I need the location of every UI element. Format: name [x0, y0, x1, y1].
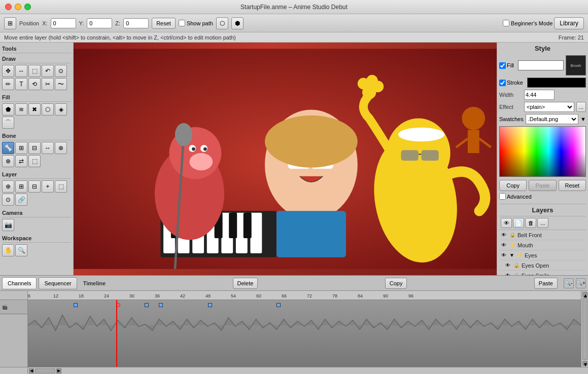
layer-options-btn[interactable]: ...: [537, 218, 548, 228]
playhead[interactable]: [116, 300, 117, 367]
bone-translate-tool[interactable]: ↔: [42, 142, 54, 154]
keyframe-dot[interactable]: [74, 303, 78, 307]
layer-expand-icon[interactable]: ▼: [509, 252, 515, 258]
bone-select-tool[interactable]: 🦴: [2, 142, 14, 154]
layer-mouth[interactable]: 👁 ⚡ Mouth: [499, 240, 586, 250]
layer-visibility-btn[interactable]: 👁: [501, 218, 512, 228]
gradient-tool[interactable]: ≋: [15, 103, 27, 116]
copy-button[interactable]: Copy: [499, 180, 527, 191]
maximize-button[interactable]: [24, 4, 31, 10]
keyframe-dot[interactable]: [208, 303, 212, 307]
layer-eyes-smile[interactable]: 👁 🔒 Eyes Smile: [499, 271, 586, 275]
paste-button[interactable]: Paste: [534, 278, 558, 289]
layer-select-tool[interactable]: ⬚: [55, 180, 67, 193]
text-tool[interactable]: T: [15, 78, 27, 90]
beginner-mode-checkbox[interactable]: Beginner's Mode: [503, 20, 552, 26]
scroll-left-btn[interactable]: ◀: [29, 368, 34, 373]
scroll-thumb[interactable]: [582, 298, 587, 360]
hand-tool[interactable]: ✋: [2, 244, 14, 256]
show-path-checkbox[interactable]: Show path: [179, 20, 213, 26]
effect-select[interactable]: <plain>: [524, 102, 574, 112]
layer-eyes-open[interactable]: 👁 🔒 Eyes Open: [499, 260, 586, 271]
minimize-button[interactable]: [15, 4, 21, 10]
swatches-dropdown-icon[interactable]: ▼: [580, 116, 586, 122]
show-path-input[interactable]: [179, 20, 185, 26]
paste-button[interactable]: Paste: [529, 180, 556, 191]
y-input[interactable]: [87, 18, 112, 28]
warp-tool[interactable]: 〜: [55, 78, 67, 90]
scroll-up-btn[interactable]: ▲: [582, 292, 587, 297]
curve-tool[interactable]: ⌒: [2, 117, 14, 129]
zoom-in-button[interactable]: 🔍+: [576, 278, 586, 288]
layer-eyes[interactable]: 👁 ▼ ⚡ Eyes: [499, 250, 586, 260]
scroll-right-btn[interactable]: ▶: [56, 368, 61, 373]
stroke-checkbox-label[interactable]: Stroke: [499, 80, 523, 86]
reset-button[interactable]: Reset: [152, 18, 176, 29]
stroke-checkbox[interactable]: [499, 80, 506, 86]
sequencer-tab[interactable]: Sequencer: [39, 277, 77, 289]
layer-rotate-tool[interactable]: ⊟: [28, 180, 41, 193]
stroke-tool[interactable]: ◈: [55, 103, 67, 116]
vertical-scrollbar[interactable]: ▲ ▼: [581, 291, 588, 367]
shape-tool[interactable]: ⬡: [42, 103, 54, 116]
fill-tool[interactable]: ⬟: [2, 103, 14, 116]
nav-icon-1[interactable]: ⬡: [216, 17, 228, 29]
layer-delete-btn[interactable]: 🗑: [525, 218, 536, 228]
nav-icon-2[interactable]: ⬢: [231, 17, 244, 29]
layer-link-tool[interactable]: 🔗: [15, 194, 27, 206]
keyframe-dot[interactable]: [276, 303, 281, 307]
layer-add-tool[interactable]: +: [42, 180, 54, 193]
effect-options-button[interactable]: ...: [576, 102, 586, 112]
keyframe-dot[interactable]: [159, 303, 163, 307]
color-gradient[interactable]: [499, 126, 586, 177]
freehand-tool[interactable]: ⟲: [28, 78, 41, 90]
scroll-hthumb[interactable]: [35, 368, 55, 373]
width-input[interactable]: [524, 90, 555, 100]
layer-add-btn[interactable]: 📄: [513, 218, 524, 228]
library-button[interactable]: Library: [554, 17, 584, 29]
bone-weight-tool[interactable]: ⬚: [28, 155, 41, 167]
channels-tab[interactable]: Channels: [2, 277, 37, 289]
pen-tool[interactable]: ✏: [2, 78, 14, 90]
canvas-area[interactable]: ⏮ ⏪ ◀ ▶ ▶| ⏩ ⏭ Frame of 🔊: [74, 43, 497, 275]
fill-checkbox[interactable]: [499, 62, 506, 69]
ruler-mark-84: 84: [358, 293, 363, 298]
advanced-label[interactable]: Advanced: [499, 193, 532, 200]
orbit-tool[interactable]: ⊙: [55, 65, 67, 77]
zoom-tool[interactable]: 🔍: [15, 244, 27, 256]
z-input[interactable]: [123, 18, 149, 28]
translate-tool[interactable]: ✥: [2, 65, 14, 77]
scale-tool[interactable]: ↔: [15, 65, 27, 77]
layer-translate-tool[interactable]: ⊕: [2, 180, 14, 193]
delete-button[interactable]: Delete: [233, 278, 258, 289]
copy-button[interactable]: Copy: [385, 278, 407, 289]
stroke-color-swatch[interactable]: [527, 78, 586, 88]
reset-button[interactable]: Reset: [559, 180, 586, 191]
layer-belt-front[interactable]: 👁 🔒 Belt Front: [499, 230, 586, 240]
bone-rotate-tool[interactable]: ⊕: [55, 142, 67, 154]
bone-remove-tool[interactable]: ⊟: [28, 142, 41, 154]
keyframe-dot[interactable]: [145, 303, 149, 307]
camera-tool[interactable]: 📷: [2, 219, 14, 231]
fill-color-swatch[interactable]: [518, 60, 564, 70]
rotate-tool[interactable]: ↶: [42, 65, 54, 77]
advanced-checkbox[interactable]: [499, 193, 506, 200]
select-tool[interactable]: ⬚: [28, 65, 41, 77]
fill-checkbox-label[interactable]: Fill: [499, 62, 514, 69]
horizontal-scrollbar[interactable]: ◀ ▶: [28, 367, 588, 374]
close-button[interactable]: [5, 4, 12, 10]
scissors-tool[interactable]: ✂: [42, 78, 54, 90]
layer-scale-tool[interactable]: ⊞: [15, 180, 27, 193]
timeline-content[interactable]: 6 12 18 24 30 36 42 48 54 60 66 72 78 84…: [28, 291, 581, 367]
erase-tool[interactable]: ✖: [28, 103, 41, 116]
position-icon-btn[interactable]: ⊞: [4, 17, 16, 29]
beginner-mode-input[interactable]: [503, 20, 509, 26]
bone-add-tool[interactable]: ⊞: [15, 142, 27, 154]
swatches-select[interactable]: .Default.png: [526, 114, 578, 124]
x-input[interactable]: [51, 18, 76, 28]
bone-scale-tool[interactable]: ⊗: [2, 155, 14, 167]
layer-orbit-tool[interactable]: ⊙: [2, 194, 14, 206]
scroll-down-btn[interactable]: ▼: [582, 361, 587, 366]
bone-bind-tool[interactable]: ⇄: [15, 155, 27, 167]
zoom-out-button[interactable]: 🔍-: [564, 278, 574, 288]
